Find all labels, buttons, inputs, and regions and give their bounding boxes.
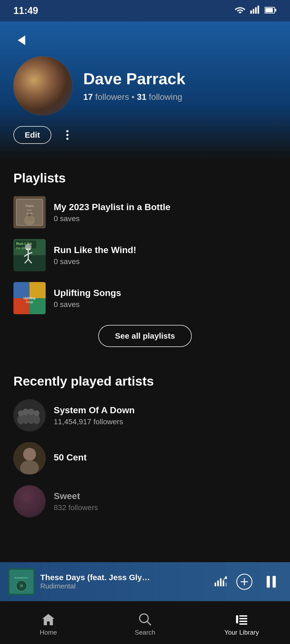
svg-point-66 xyxy=(23,448,36,461)
now-playing-title: These Days (feat. Jess Gly… xyxy=(40,573,207,582)
playlist-thumb-1: Playlist in a Bottle xyxy=(13,196,46,228)
playlists-section-title: Playlists xyxy=(13,160,277,191)
svg-line-83 xyxy=(147,621,151,625)
pause-button[interactable] xyxy=(260,571,282,592)
svg-point-10 xyxy=(25,75,42,92)
wifi-icon xyxy=(235,6,245,16)
edit-button[interactable]: Edit xyxy=(13,126,51,144)
connect-devices-button[interactable] xyxy=(212,574,228,590)
nav-search[interactable]: Search xyxy=(97,609,193,636)
playlist-saves-3: 0 saves xyxy=(54,300,121,309)
svg-rect-84 xyxy=(236,615,238,623)
svg-rect-75 xyxy=(220,578,222,586)
playlist-info-1: My 2023 Playlist in a Bottle 0 saves xyxy=(54,202,171,223)
playlist-item[interactable]: Run Like the Wind! Run Like the Wind! 0 … xyxy=(13,234,277,277)
svg-text:the Wind!: the Wind! xyxy=(16,246,30,250)
status-time: 11:49 xyxy=(13,5,38,16)
svg-point-29 xyxy=(47,98,49,100)
now-playing-bar[interactable]: RUDIMENTAL These Days (feat. Jess Gly… R… xyxy=(0,562,290,601)
artist-avatar-soad xyxy=(13,399,46,431)
svg-line-79 xyxy=(223,578,225,580)
svg-text:RUDIMENTAL: RUDIMENTAL xyxy=(15,577,28,579)
artist-text-soad: System Of A Down 11,454,917 followers xyxy=(54,405,135,426)
now-playing-info: These Days (feat. Jess Gly… Rudimental xyxy=(40,573,207,590)
svg-text:Playlist: Playlist xyxy=(25,204,34,207)
status-bar: 11:49 xyxy=(0,0,290,21)
playlist-name-3: Uplifting Songs xyxy=(54,288,121,298)
svg-rect-30 xyxy=(13,196,46,228)
nav-home[interactable]: Home xyxy=(0,609,97,636)
followers-count: 17 xyxy=(83,92,93,102)
artist-item[interactable]: Sweet 832 followers xyxy=(13,480,277,523)
svg-point-62 xyxy=(28,409,34,415)
nav-library-label: Your Library xyxy=(224,629,259,636)
svg-rect-73 xyxy=(215,583,216,586)
status-icons xyxy=(235,6,277,16)
svg-rect-6 xyxy=(275,9,276,12)
playlist-saves-2: 0 saves xyxy=(54,257,136,266)
svg-rect-8 xyxy=(13,56,73,115)
svg-point-28 xyxy=(57,93,59,94)
now-playing-album-art: RUDIMENTAL xyxy=(8,568,35,595)
artist-item[interactable]: System Of A Down 11,454,917 followers xyxy=(13,394,277,437)
profile-info: Dave Parrack 17 followers • 31 following xyxy=(13,56,277,115)
main-content: Playlists Playlist in a Bottle My 2023 P… xyxy=(0,160,290,347)
svg-rect-7 xyxy=(13,56,73,115)
add-to-library-button[interactable] xyxy=(236,574,252,590)
avatar-image xyxy=(13,56,73,115)
svg-rect-1 xyxy=(253,9,254,14)
svg-rect-3 xyxy=(258,6,259,14)
svg-rect-22 xyxy=(54,81,59,84)
svg-rect-51 xyxy=(30,282,46,298)
svg-rect-85 xyxy=(239,615,247,617)
svg-rect-88 xyxy=(239,623,247,625)
svg-point-25 xyxy=(46,94,48,97)
playlist-saves-1: 0 saves xyxy=(54,214,171,223)
see-all-playlists-button[interactable]: See all playlists xyxy=(98,325,191,347)
svg-rect-31 xyxy=(16,199,43,226)
svg-text:Songs: Songs xyxy=(26,301,33,303)
playlist-info-3: Uplifting Songs 0 saves xyxy=(54,288,121,309)
artist-item[interactable]: 50 Cent xyxy=(13,437,277,480)
back-arrow-icon xyxy=(18,35,25,45)
more-dots-icon xyxy=(66,130,68,140)
artist-name-sweet: Sweet xyxy=(54,491,98,501)
avatar xyxy=(13,56,73,115)
svg-rect-74 xyxy=(217,580,219,586)
artist-name-50cent: 50 Cent xyxy=(54,452,87,463)
library-icon xyxy=(234,612,249,627)
playlist-name-1: My 2023 Playlist in a Bottle xyxy=(54,202,171,212)
signal-icon xyxy=(250,6,260,16)
svg-point-26 xyxy=(50,93,52,95)
svg-rect-11 xyxy=(25,91,42,110)
svg-rect-15 xyxy=(34,82,39,85)
artist-avatar-sweet xyxy=(13,485,46,517)
svg-rect-77 xyxy=(225,583,227,586)
now-playing-controls xyxy=(212,571,282,592)
nav-search-label: Search xyxy=(135,629,155,636)
bottom-nav: Home Search Your Library xyxy=(0,601,290,644)
more-options-button[interactable] xyxy=(59,127,75,143)
artist-text-sweet: Sweet 832 followers xyxy=(54,491,98,512)
svg-rect-24 xyxy=(44,91,63,109)
svg-point-18 xyxy=(42,72,64,77)
svg-rect-36 xyxy=(27,215,32,220)
svg-rect-19 xyxy=(45,70,61,76)
now-playing-artist: Rudimental xyxy=(40,582,207,590)
svg-rect-39 xyxy=(13,255,46,271)
svg-rect-9 xyxy=(13,83,73,115)
svg-point-35 xyxy=(24,215,35,225)
svg-rect-20 xyxy=(42,75,64,77)
recently-played-title: Recently played artists xyxy=(13,363,277,394)
svg-text:Run Like: Run Like xyxy=(16,241,32,246)
artist-name-soad: System Of A Down xyxy=(54,405,135,415)
playlist-item[interactable]: Uplifting Songs Uplifting Songs 0 saves xyxy=(13,277,277,320)
pause-icon xyxy=(267,576,276,588)
svg-rect-37 xyxy=(28,214,31,216)
nav-library[interactable]: Your Library xyxy=(193,609,290,636)
svg-rect-5 xyxy=(265,8,273,12)
playlist-item[interactable]: Playlist in a Bottle My 2023 Playlist in… xyxy=(13,191,277,234)
playlist-info-2: Run Like the Wind! 0 saves xyxy=(54,245,136,266)
back-button[interactable] xyxy=(13,32,30,48)
following-count: 31 xyxy=(137,92,147,102)
